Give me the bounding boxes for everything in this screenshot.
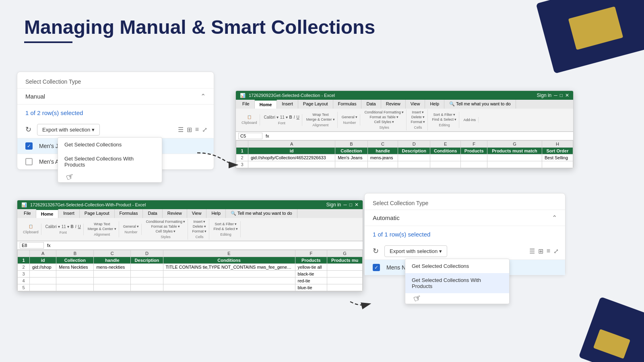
cell-g2[interactable] <box>487 154 542 161</box>
col-header-b[interactable]: B <box>335 141 368 148</box>
cell-h2[interactable]: Best Selling <box>542 154 573 161</box>
dropdown-item-get-selected-with-products-auto[interactable]: Get Selected Collections With Products <box>405 273 509 293</box>
cell-cb5[interactable] <box>94 284 131 291</box>
tab-file-top[interactable]: File <box>237 100 255 109</box>
cell-eb5[interactable] <box>163 284 295 291</box>
tab-review-top[interactable]: Review <box>381 100 406 109</box>
expand-icon[interactable]: ⤢ <box>202 126 207 134</box>
cell-gb3[interactable] <box>327 271 363 278</box>
wrap-text-btn-b[interactable]: Wrap Text <box>94 222 110 226</box>
delete-cells-b[interactable]: Delete ▾ <box>193 224 206 228</box>
minimize-icon-bottom[interactable]: ─ <box>343 202 347 208</box>
col-c-b[interactable]: C <box>94 250 131 257</box>
tab-insert-top[interactable]: Insert <box>277 100 298 109</box>
expand-icon-auto[interactable]: ⤢ <box>553 247 559 255</box>
wrap-text-btn[interactable]: Wrap Text <box>312 113 328 117</box>
cell-cb4[interactable] <box>94 278 131 284</box>
cell-c3[interactable] <box>367 161 398 168</box>
cell-bb4[interactable] <box>56 278 94 284</box>
cell-f2[interactable] <box>461 154 487 161</box>
filter-icon-auto[interactable]: ☰ <box>529 247 535 255</box>
bold-btn[interactable]: B <box>289 115 292 119</box>
cell-h3[interactable] <box>542 161 573 168</box>
cell-db4[interactable] <box>131 278 163 284</box>
insert-cells[interactable]: Insert ▾ <box>412 110 424 114</box>
col-e-b[interactable]: E <box>163 250 295 257</box>
cell-eb4[interactable] <box>163 278 295 284</box>
list-icon[interactable]: ≡ <box>195 126 199 134</box>
dropdown-item-get-selected-auto[interactable]: Get Selected Collections <box>405 259 509 273</box>
cell-eb3[interactable] <box>163 271 295 278</box>
font-select[interactable]: Calibri ▾ <box>264 115 279 119</box>
list-icon-auto[interactable]: ≡ <box>547 247 550 255</box>
tab-data-top[interactable]: Data <box>361 100 381 109</box>
cell-db5[interactable] <box>131 284 163 291</box>
tab-home-top[interactable]: Home <box>255 100 277 109</box>
tab-help-top[interactable]: Help <box>425 100 444 109</box>
cell-ref-top[interactable] <box>238 133 262 139</box>
underline-btn[interactable]: U <box>297 115 299 119</box>
refresh-button-auto[interactable]: ↻ <box>371 245 380 257</box>
cell-a3[interactable] <box>248 161 335 168</box>
insert-cells-b[interactable]: Insert ▾ <box>193 220 205 224</box>
col-header-h[interactable]: H <box>542 141 573 148</box>
cell-b3[interactable] <box>335 161 368 168</box>
cell-gb4[interactable] <box>327 278 363 284</box>
conditional-format[interactable]: Conditional Formatting ▾ <box>364 110 404 114</box>
close-icon-bottom[interactable]: ✕ <box>355 202 359 208</box>
tab-pagelayout-bottom[interactable]: Page Layout <box>80 209 115 218</box>
cell-db3[interactable] <box>131 271 163 278</box>
font-select-b[interactable]: Calibri ▾ <box>45 224 60 229</box>
col-header-g[interactable]: G <box>487 141 542 148</box>
cell-f3[interactable] <box>461 161 487 168</box>
col-header-c[interactable]: C <box>367 141 398 148</box>
formula-input-bottom[interactable] <box>54 243 360 248</box>
cell-db2[interactable] <box>131 264 163 271</box>
refresh-button[interactable]: ↻ <box>24 123 33 136</box>
cell-bb3[interactable] <box>56 271 94 278</box>
cell-fb2[interactable]: yellow-tie all <box>295 264 327 271</box>
tab-tell-top[interactable]: 🔍 Tell me what you want to do <box>444 100 516 109</box>
sort-btn[interactable]: Sort & Filter ▾ <box>433 113 455 117</box>
format-table[interactable]: Format as Table ▾ <box>369 115 398 119</box>
row-checkbox-auto-1[interactable]: ✓ <box>373 264 380 271</box>
cell-fb3[interactable]: black-tie <box>295 271 327 278</box>
cell-ab5[interactable] <box>30 284 56 291</box>
sort-btn-b[interactable]: Sort & Filter ▾ <box>215 222 237 226</box>
merge-btn[interactable]: Merge & Center ▾ <box>306 117 335 121</box>
delete-cells[interactable]: Delete ▾ <box>411 115 425 119</box>
format-cells-b[interactable]: Format ▾ <box>192 229 206 233</box>
col-f-b[interactable]: F <box>295 250 327 257</box>
format-table-b[interactable]: Format as Table ▾ <box>151 224 180 228</box>
format-cells[interactable]: Format ▾ <box>411 120 425 124</box>
cell-styles[interactable]: Cell Styles ▾ <box>374 120 394 124</box>
cell-d2[interactable] <box>398 154 430 161</box>
cell-ab4[interactable] <box>30 278 56 284</box>
number-format[interactable]: General ▾ <box>342 115 358 119</box>
cell-gb5[interactable] <box>327 284 363 291</box>
underline-btn-b[interactable]: U <box>78 224 81 229</box>
row-checkbox-1[interactable]: ✓ <box>25 142 33 150</box>
italic-btn-b[interactable]: I <box>75 224 76 229</box>
dropdown-item-get-selected[interactable]: Get Selected Collections <box>58 138 162 152</box>
formula-input-top[interactable] <box>272 134 571 138</box>
col-header-f[interactable]: F <box>461 141 487 148</box>
tab-view-bottom[interactable]: View <box>187 209 207 218</box>
col-d-b[interactable]: D <box>131 250 163 257</box>
row-checkbox-2[interactable] <box>25 158 33 165</box>
cell-ab2[interactable]: gid://shop <box>30 264 56 271</box>
filter-icon[interactable]: ☰ <box>178 126 184 134</box>
find-btn[interactable]: Find & Select ▾ <box>432 117 456 121</box>
columns-icon-auto[interactable]: ⊞ <box>538 247 543 255</box>
number-format-b[interactable]: General ▾ <box>123 224 139 228</box>
cell-gb2[interactable] <box>327 264 363 271</box>
merge-btn-b[interactable]: Merge & Center ▾ <box>88 227 116 231</box>
col-header-a[interactable]: A <box>248 141 335 148</box>
cell-ab3[interactable] <box>30 271 56 278</box>
font-size[interactable]: 11 ▾ <box>280 115 288 119</box>
cell-bb5[interactable] <box>56 284 94 291</box>
tab-file-bottom[interactable]: File <box>19 209 36 218</box>
italic-btn[interactable]: I <box>294 115 295 119</box>
cell-e2[interactable] <box>430 154 461 161</box>
dropdown-item-get-selected-with-products[interactable]: Get Selected Collections With Products <box>58 152 162 172</box>
